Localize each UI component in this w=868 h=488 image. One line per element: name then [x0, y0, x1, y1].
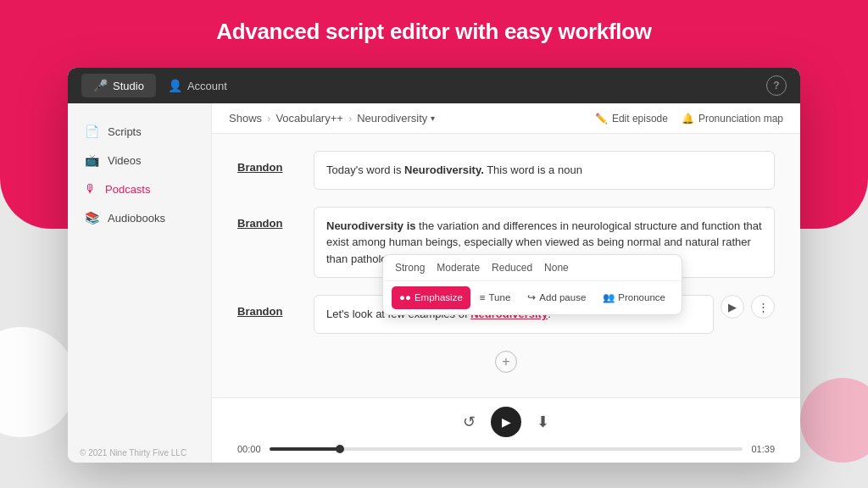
user-icon: 👤 — [168, 79, 182, 92]
breadcrumb-show-name[interactable]: Vocabulary++ — [275, 112, 343, 125]
emphasize-icon: ●● — [399, 291, 411, 305]
app-window: 🎤 Studio 👤 Account ? 📄 Scripts 📺 Videos … — [68, 68, 800, 463]
copyright-footer: © 2021 Nine Thirty Five LLC — [68, 448, 198, 458]
download-icon[interactable]: ⬇ — [537, 413, 549, 431]
pronounce-icon: 👥 — [603, 291, 615, 305]
decoration-blob-left — [0, 327, 76, 437]
time-current: 00:00 — [237, 444, 261, 454]
edit-icon: ✏️ — [595, 113, 608, 125]
more-options-button[interactable]: ⋮ — [751, 295, 775, 319]
breadcrumb-sep-1: › — [267, 112, 270, 125]
play-button[interactable]: ▶ — [491, 407, 521, 437]
pronounce-label: Pronounce — [618, 291, 665, 305]
sidebar-label-podcasts: Podcasts — [105, 183, 150, 196]
decoration-blob-right — [800, 378, 868, 463]
breadcrumb-sep-2: › — [348, 112, 352, 125]
podcasts-icon: 🎙 — [85, 182, 97, 196]
sidebar-item-videos[interactable]: 📺 Videos — [68, 146, 211, 175]
tab-studio[interactable]: 🎤 Studio — [81, 74, 156, 97]
emphasis-moderate[interactable]: Moderate — [437, 260, 480, 275]
microphone-icon: 🎤 — [93, 79, 108, 92]
add-line-section: + — [237, 351, 775, 373]
pronounce-button[interactable]: 👥 Pronounce — [595, 286, 673, 309]
audiobooks-icon: 📚 — [85, 211, 99, 225]
sidebar-item-audiobooks[interactable]: 📚 Audiobooks — [68, 203, 211, 232]
tune-button[interactable]: ≡ Tune — [472, 286, 519, 309]
pronunciation-map-label: Pronunciation map — [698, 113, 783, 125]
player-controls: ↺ ▶ ⬇ — [463, 407, 549, 437]
pause-icon: ↪ — [527, 291, 536, 305]
time-total: 01:39 — [751, 444, 775, 454]
table-row: Brandon Neurodiversity is the variation … — [237, 207, 775, 279]
chevron-down-icon: ▾ — [431, 114, 435, 123]
table-row: Brandon Today's word is Neurodiversity. … — [237, 151, 775, 190]
main-layout: 📄 Scripts 📺 Videos 🎙 Podcasts 📚 Audioboo… — [68, 103, 800, 463]
tab-account[interactable]: 👤 Account — [156, 74, 239, 97]
emphasize-label: Emphasize — [415, 291, 463, 305]
add-line-button[interactable]: + — [495, 351, 517, 373]
breadcrumb-actions: ✏️ Edit episode 🔔 Pronunciation map — [595, 113, 783, 125]
breadcrumb-episode[interactable]: Neurodiversity ▾ — [357, 112, 435, 125]
help-button[interactable]: ? — [766, 75, 787, 96]
videos-icon: 📺 — [85, 153, 99, 167]
tune-label: Tune — [489, 291, 511, 305]
speaker-2: Brandon — [237, 207, 297, 230]
add-pause-button[interactable]: ↪ Add pause — [520, 286, 593, 309]
emphasis-reduced[interactable]: Reduced — [492, 260, 532, 275]
edit-episode-label: Edit episode — [612, 113, 668, 125]
edit-episode-button[interactable]: ✏️ Edit episode — [595, 113, 668, 125]
play-icon: ▶ — [502, 415, 511, 429]
highlight-word-1: Neurodiversity. — [404, 164, 484, 176]
text-before-1: Today's word is — [326, 164, 404, 176]
sidebar: 📄 Scripts 📺 Videos 🎙 Podcasts 📚 Audioboo… — [68, 103, 212, 463]
audio-player: ↺ ▶ ⬇ 00:00 01:39 — [212, 397, 800, 463]
top-nav: 🎤 Studio 👤 Account ? — [68, 68, 800, 103]
speaker-3: Brandon — [237, 295, 297, 318]
emphasize-button[interactable]: ●● Emphasize — [392, 286, 470, 309]
play-line-button[interactable]: ▶ — [721, 295, 744, 319]
tune-icon: ≡ — [480, 291, 486, 305]
sidebar-label-audiobooks: Audiobooks — [108, 212, 165, 225]
script-area: Brandon Today's word is Neurodiversity. … — [212, 134, 800, 397]
pronunciation-map-button[interactable]: 🔔 Pronunciation map — [682, 113, 783, 125]
emphasis-options: Strong Moderate Reduced None — [383, 255, 682, 281]
breadcrumb-shows[interactable]: Shows — [229, 112, 262, 125]
speaker-1: Brandon — [237, 151, 297, 174]
pronunciation-icon: 🔔 — [682, 113, 694, 125]
reload-icon[interactable]: ↺ — [463, 413, 476, 431]
tooltip-action-buttons: ●● Emphasize ≡ Tune ↪ Add pause — [383, 281, 682, 314]
progress-thumb[interactable] — [336, 445, 344, 453]
add-pause-label: Add pause — [539, 291, 586, 305]
text-after-1: This word is a noun — [484, 164, 582, 176]
script-text-2[interactable]: Neurodiversity is the variation and diff… — [314, 207, 775, 279]
emphasis-none[interactable]: None — [544, 260, 569, 275]
progress-bar[interactable] — [270, 447, 743, 451]
progress-fill — [270, 447, 341, 451]
scripts-icon: 📄 — [85, 125, 99, 138]
text-formatting-popup: Strong Moderate Reduced None ●● Emphasiz… — [382, 254, 682, 315]
content-area: Shows › Vocabulary++ › Neurodiversity ▾ … — [212, 103, 800, 463]
sidebar-item-podcasts[interactable]: 🎙 Podcasts — [68, 175, 211, 203]
sidebar-label-videos: Videos — [108, 154, 142, 167]
progress-row: 00:00 01:39 — [237, 444, 775, 454]
breadcrumb-bar: Shows › Vocabulary++ › Neurodiversity ▾ … — [212, 103, 800, 134]
text-bold-2: Neurodiversity is — [326, 219, 416, 232]
sidebar-item-scripts[interactable]: 📄 Scripts — [68, 117, 211, 146]
tab-studio-label: Studio — [113, 80, 144, 92]
script-text-1[interactable]: Today's word is Neurodiversity. This wor… — [314, 151, 775, 190]
breadcrumb-episode-label: Neurodiversity — [357, 112, 427, 125]
emphasis-strong[interactable]: Strong — [395, 260, 425, 275]
hero-heading: Advanced script editor with easy workflo… — [0, 19, 868, 45]
tab-account-label: Account — [187, 80, 227, 92]
sidebar-label-scripts: Scripts — [108, 125, 142, 138]
